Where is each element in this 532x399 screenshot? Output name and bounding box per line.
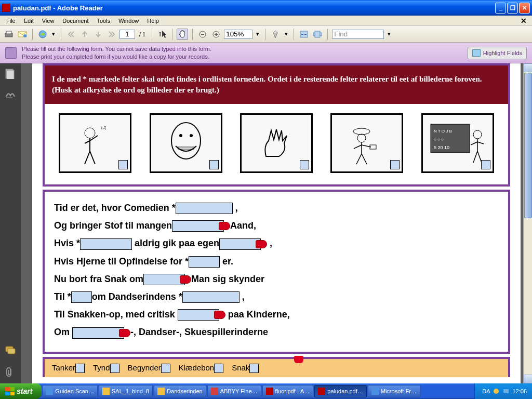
taskbar-item[interactable]: ABBYY Fine… [207,385,261,397]
blank-field[interactable] [80,238,132,250]
note-icon[interactable] [294,356,303,363]
wordbank-checkbox[interactable] [249,364,259,373]
sign-button[interactable] [270,29,281,40]
text-fragment: Om [54,327,72,337]
zoom-in-button[interactable] [210,29,222,40]
zoom-out-button[interactable] [197,29,208,40]
menu-document[interactable]: Document [58,17,92,25]
picture-2-checkbox[interactable] [209,160,219,169]
scroll-thumb[interactable] [524,73,532,218]
app-icon [2,4,10,12]
system-tray[interactable]: DA 12:06 [474,383,532,399]
wordbank-checkbox[interactable] [75,364,85,373]
text-fragment: er. [220,256,233,267]
clock[interactable]: 12:06 [512,388,527,394]
picture-3-checkbox[interactable] [300,160,309,169]
maximize-button[interactable]: ❐ [507,3,518,14]
picture-1-checkbox[interactable] [118,160,128,169]
find-dropdown-icon[interactable]: ▾ [386,29,392,40]
home-button[interactable] [37,29,48,40]
scroll-down-button[interactable] [524,375,532,383]
signatures-panel-icon[interactable] [5,89,16,100]
hand-tool-button[interactable] [177,29,188,40]
wordbank-word: Klædebon [179,363,214,372]
taskbar-item-active[interactable]: paludan.pdf… [314,385,367,397]
find-input[interactable] [332,30,384,39]
menu-edit[interactable]: Edit [20,17,38,25]
blank-field[interactable] [176,203,233,214]
blank-field[interactable] [71,291,92,303]
blank-field[interactable] [219,238,261,250]
select-tool-button[interactable]: I [156,29,168,40]
fit-page-button[interactable] [312,29,323,40]
menu-help[interactable]: Help [143,17,163,25]
blank-field[interactable] [189,256,220,268]
taskbar-item-label: Guiden Scan… [55,388,94,394]
print-button[interactable] [3,29,15,40]
tray-icon[interactable] [502,388,510,395]
email-button[interactable] [17,29,28,40]
dropdown-icon[interactable]: ▾ [283,29,289,40]
toolbar-separator [152,29,152,40]
window-titlebar: paludan.pdf - Adobe Reader _ ❐ ✕ [0,0,532,16]
svg-point-26 [353,128,370,135]
first-page-button[interactable] [65,29,77,40]
menu-file[interactable]: File [2,17,20,25]
start-button[interactable]: start [0,383,42,399]
prev-page-button[interactable] [79,29,90,40]
text-frame: Tid er det, hvor Comedien * , Og bringer… [43,190,510,354]
taskbar-item[interactable]: Microsoft Fr… [368,385,420,397]
menu-window[interactable]: Window [114,17,143,25]
fit-width-button[interactable] [298,29,310,40]
menu-tools[interactable]: Tools [93,17,115,25]
fill-in-text: Tid er det, hvor Comedien * , Og bringer… [45,192,508,352]
scroll-up-button[interactable] [524,63,532,72]
zoom-dropdown-icon[interactable]: ▾ [255,29,261,40]
taskbar-item[interactable]: fluor.pdf - A… [262,385,314,397]
pages-panel-icon[interactable] [5,69,16,79]
wordbank-checkbox[interactable] [161,364,170,373]
text-fragment: , [267,238,272,248]
blank-field[interactable] [172,220,224,232]
blank-field[interactable] [182,291,240,303]
close-button[interactable]: ✕ [519,3,530,14]
wordbank-checkbox[interactable] [110,364,119,373]
blank-field[interactable] [72,327,124,339]
highlight-fields-icon [472,49,481,57]
menu-view[interactable]: View [38,17,59,25]
form-icon [5,47,17,59]
dropdown-icon[interactable]: ▾ [50,29,57,40]
zoom-level-input[interactable] [224,30,252,39]
attachments-panel-icon[interactable] [5,367,16,377]
wordbank-word: Begynder [128,363,161,372]
blank-field[interactable] [143,274,185,285]
picture-5-checkbox[interactable] [481,160,490,169]
blank-field[interactable] [178,309,219,321]
taskbar-item[interactable]: Guiden Scan… [42,385,98,397]
start-label: start [17,387,32,395]
close-doc-icon[interactable]: ✕ [516,16,530,26]
wordbank-checkbox[interactable] [214,364,223,373]
taskbar-item[interactable]: Dandserinden [154,385,206,397]
page-number-input[interactable] [119,30,135,39]
minimize-button[interactable]: _ [495,3,506,14]
next-page-button[interactable] [92,29,104,40]
form-notice-line1: Please fill out the following form. You … [22,45,468,52]
svg-point-27 [357,134,366,142]
text-fragment: Hvis * [54,238,80,248]
document-viewport[interactable]: I de med * mærkede felter skal ordet fin… [21,63,532,383]
svg-rect-20 [8,349,15,354]
key-icon [119,329,130,337]
word-bank: Tanker Tynd Begynder Klædebon Snak [45,359,508,377]
svg-point-3 [23,34,26,37]
text-fragment: Og bringer Stof til mangen [54,220,172,231]
language-indicator[interactable]: DA [482,388,490,394]
tray-icon[interactable] [493,388,500,395]
taskbar-item[interactable]: SAL_1_bind_8 [99,385,153,397]
comments-panel-icon[interactable] [5,346,16,356]
vertical-scrollbar[interactable] [523,63,532,383]
last-page-button[interactable] [106,29,117,40]
page-count-label: / 1 [137,31,148,37]
highlight-fields-button[interactable]: Highlight Fields [468,47,527,59]
picture-4-checkbox[interactable] [390,160,400,169]
